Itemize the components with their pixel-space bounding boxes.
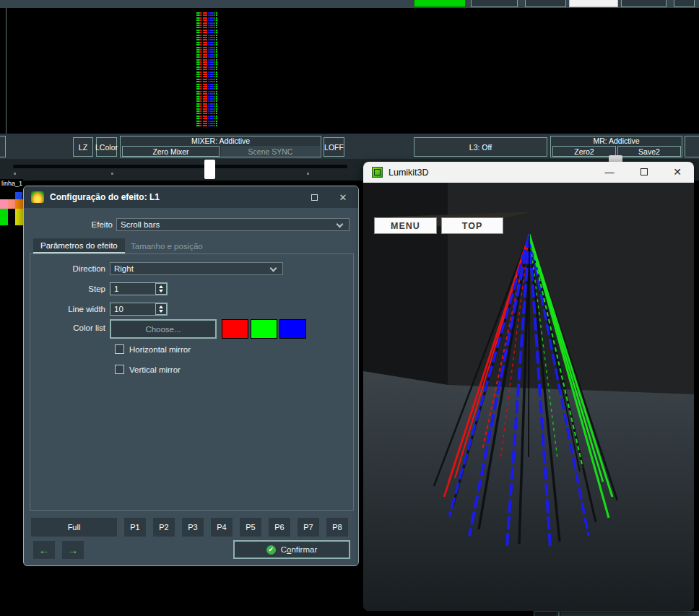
preset-p2-button[interactable]: P2 <box>153 518 175 537</box>
tick-mark <box>14 173 16 175</box>
preset-p8-button[interactable]: P8 <box>326 518 348 537</box>
top-chip[interactable] <box>525 0 566 7</box>
minimize-icon[interactable]: — <box>603 165 616 178</box>
zero2-button[interactable]: Zero2 <box>552 146 616 157</box>
right-crossfader-handle[interactable] <box>609 155 622 162</box>
vertical-mirror-label: Vertical mirror <box>129 365 181 374</box>
chevron-down-icon <box>337 221 344 228</box>
bottom-panel-fragment <box>560 611 699 616</box>
cube-3d-icon <box>372 167 383 178</box>
confirm-button[interactable]: ✔ Confirmar <box>233 540 350 559</box>
effect-select[interactable]: Scroll bars <box>116 218 350 231</box>
tab-tamanho-posicao[interactable]: Tamanho e posição <box>123 238 210 253</box>
preset-p3-button[interactable]: P3 <box>182 518 204 537</box>
tab-parametros[interactable]: Parâmetros do efeito <box>33 238 125 253</box>
thumbnail-cell <box>0 199 8 209</box>
color-list-label: Color list <box>30 324 105 332</box>
line-width-stepper[interactable]: 10 <box>110 303 168 316</box>
parameters-panel: Direction Right Step 1 Line width 10 Col… <box>30 253 354 511</box>
step-stepper[interactable]: 1 <box>110 282 168 295</box>
step-label: Step <box>30 285 105 293</box>
efeito-label: Efeito <box>24 220 113 229</box>
tick-mark <box>307 173 309 175</box>
scene-thumbnail[interactable]: linha_1 <box>0 179 23 225</box>
direction-label: Direction <box>30 264 105 273</box>
mr-group: MR: Addictive Zero2 Save2 <box>550 136 682 157</box>
left-wall <box>363 183 448 385</box>
screen: LZ LColor MIXER: Addictive Zero Mixer Sc… <box>0 0 699 616</box>
preset-p4-button[interactable]: P4 <box>211 518 233 537</box>
thumbnail-color-chip <box>15 192 22 199</box>
scene-thumbnail-label: linha_1 <box>1 180 22 187</box>
bottom-divider <box>558 611 560 616</box>
thumbnail-cell <box>8 209 16 225</box>
lcolor-button[interactable]: LColor <box>96 137 117 157</box>
color-swatch-green[interactable] <box>251 319 277 339</box>
viewer-title: Lumikit3D <box>388 168 429 178</box>
line-width-label: Line width <box>30 305 105 313</box>
crossfader-handle[interactable] <box>204 160 215 179</box>
scene-sync-button[interactable]: Scene SYNC <box>221 146 320 157</box>
crossfader-track[interactable] <box>13 165 347 168</box>
effect-config-dialog: Configuração do efeito: L1 ✕ Efeito Scro… <box>23 186 359 566</box>
preset-p5-button[interactable]: P5 <box>240 518 261 537</box>
panel-divider <box>6 8 6 134</box>
led-column <box>216 12 217 128</box>
save2-button[interactable]: Save2 <box>617 146 681 157</box>
preset-p6-button[interactable]: P6 <box>269 518 290 537</box>
top-view-button[interactable]: TOP <box>441 217 503 234</box>
thumbnail-cell <box>15 199 23 209</box>
edge-button-fragment[interactable] <box>0 136 6 157</box>
dialog-title: Configuração do efeito: L1 <box>50 192 160 202</box>
direction-select-value: Right <box>114 264 134 273</box>
color-swatch-blue[interactable] <box>279 319 306 339</box>
close-icon[interactable]: ✕ <box>671 165 684 178</box>
horizontal-mirror-label: Horizontal mirror <box>129 345 191 354</box>
lumikit3d-window: Lumikit3D — ✕ MENU TOP <box>363 162 694 611</box>
top-chip-white[interactable] <box>569 0 618 7</box>
confirm-label: Confirmar <box>281 545 318 554</box>
top-chip[interactable] <box>674 0 695 7</box>
thumbnail-cell <box>8 199 16 209</box>
spinner-buttons[interactable] <box>155 283 167 295</box>
top-toolbar <box>0 0 699 8</box>
laser-beam <box>529 235 529 457</box>
zero-mixer-button[interactable]: Zero Mixer <box>122 146 220 157</box>
top-chip[interactable] <box>621 0 667 7</box>
loff-button[interactable]: LOFF <box>324 137 344 157</box>
top-chip[interactable] <box>471 0 518 7</box>
mixer-group: MIXER: Addictive Zero Mixer Scene SYNC <box>120 136 321 157</box>
bottom-button-fragment[interactable] <box>534 611 557 616</box>
vertical-mirror-checkbox[interactable] <box>115 365 124 374</box>
lumikit-app-icon <box>31 191 44 203</box>
effect-select-value: Scroll bars <box>121 220 160 229</box>
edge-button-fragment[interactable] <box>685 136 699 157</box>
previous-arrow-button[interactable]: ← <box>33 541 55 559</box>
tick-mark <box>111 173 113 175</box>
level-meter-green <box>414 0 466 7</box>
lz-button[interactable]: LZ <box>73 137 93 157</box>
full-button[interactable]: Full <box>31 518 117 537</box>
maximize-icon[interactable] <box>638 165 651 178</box>
thumbnail-cell <box>0 209 8 225</box>
viewer-3d-svg <box>363 183 694 611</box>
check-icon: ✔ <box>266 545 276 555</box>
horizontal-mirror-checkbox[interactable] <box>115 344 124 354</box>
color-swatch-red[interactable] <box>222 319 248 339</box>
preset-p1-button[interactable]: P1 <box>124 518 146 537</box>
mixer-header: MIXER: Addictive <box>121 136 321 146</box>
viewer-3d-viewport[interactable]: MENU TOP <box>363 183 694 611</box>
line-width-value: 10 <box>114 305 123 313</box>
preset-p7-button[interactable]: P7 <box>298 518 319 537</box>
close-icon[interactable]: ✕ <box>337 191 350 203</box>
preset-button-row: P1 P2 P3 P4 P5 P6 P7 P8 <box>124 518 348 537</box>
maximize-button[interactable] <box>308 191 321 203</box>
choose-colors-button[interactable]: Choose... <box>110 319 217 339</box>
led-matrix <box>196 12 217 128</box>
direction-select[interactable]: Right <box>110 262 283 275</box>
spinner-buttons[interactable] <box>155 303 167 315</box>
mixer-bar: LZ LColor MIXER: Addictive Zero Mixer Sc… <box>0 134 699 159</box>
menu-button[interactable]: MENU <box>374 217 437 234</box>
l3-off-button[interactable]: L3: Off <box>414 137 547 157</box>
next-arrow-button[interactable]: → <box>62 541 84 559</box>
